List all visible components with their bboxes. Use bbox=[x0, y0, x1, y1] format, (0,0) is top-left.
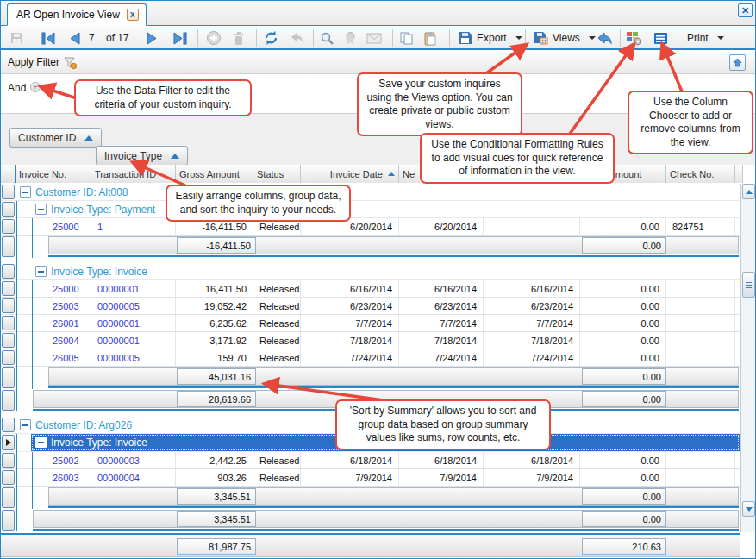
apply-filter-label[interactable]: Apply Filter bbox=[8, 56, 59, 68]
row-selector-cell[interactable] bbox=[2, 418, 15, 432]
cell-link[interactable]: 00000001 bbox=[91, 280, 176, 297]
conditional-formatting-button[interactable] bbox=[626, 28, 642, 47]
export-button[interactable]: Export bbox=[455, 28, 526, 47]
grid-row-data[interactable]: 2600300000004903.26Released7/9/20147/9/2… bbox=[1, 469, 740, 487]
grid-row-data[interactable]: 250001-16,411.50Released6/20/20146/20/20… bbox=[1, 218, 740, 236]
filter-funnel-icon[interactable] bbox=[63, 56, 78, 70]
row-selector-cell[interactable] bbox=[2, 487, 15, 508]
zoom-button[interactable] bbox=[320, 28, 334, 47]
column-header[interactable]: Invoice Date bbox=[301, 165, 399, 183]
cell-link[interactable]: 26004 bbox=[47, 332, 91, 349]
refresh-button[interactable] bbox=[263, 28, 279, 47]
row-selector-cell[interactable] bbox=[2, 470, 15, 485]
cell-link[interactable]: 25000 bbox=[47, 218, 91, 235]
cell-value: 16,411.50 bbox=[176, 280, 253, 297]
tab-ar-open-invoice-view[interactable]: AR Open Invoice View x bbox=[7, 3, 147, 26]
previous-record-button[interactable] bbox=[68, 28, 81, 47]
row-selector-cell[interactable] bbox=[2, 367, 15, 388]
row-selector-cell[interactable] bbox=[2, 435, 15, 450]
views-dropdown-icon[interactable] bbox=[589, 36, 596, 40]
grid-row-data[interactable]: 250000000000116,411.50Released6/16/20146… bbox=[1, 280, 740, 298]
group-button-invoice-type[interactable]: Invoice Type bbox=[96, 146, 188, 166]
paste-button[interactable] bbox=[423, 28, 437, 47]
next-record-button[interactable] bbox=[146, 28, 159, 47]
cell-link[interactable]: 00000005 bbox=[91, 298, 176, 314]
copy-button[interactable] bbox=[399, 28, 414, 47]
grid-row-data[interactable]: 26004000000013,171.92Released7/18/20147/… bbox=[1, 332, 740, 349]
collapse-group-icon[interactable] bbox=[35, 437, 47, 448]
print-button[interactable]: Print bbox=[684, 28, 728, 47]
collapse-group-icon[interactable] bbox=[20, 419, 31, 430]
grid-row-data[interactable]: 26001000000016,235.62Released7/7/20147/7… bbox=[1, 315, 740, 332]
cell-link[interactable]: 1 bbox=[91, 218, 176, 235]
row-selector-cell[interactable] bbox=[2, 453, 15, 468]
export-dropdown-icon[interactable] bbox=[515, 36, 522, 40]
grid-row-group2[interactable]: Invoice Type: Payment bbox=[1, 201, 740, 218]
scroll-down-button[interactable] bbox=[742, 501, 755, 517]
column-chooser-button[interactable] bbox=[653, 28, 668, 47]
grid-row-group2[interactable]: Invoice Type: Invoice bbox=[1, 263, 740, 280]
window-close-button[interactable]: ✕ bbox=[738, 3, 753, 17]
cell-link[interactable]: 25003 bbox=[47, 298, 91, 314]
grid-row-sum2[interactable]: 3,345.510.00 bbox=[1, 487, 740, 509]
row-selector-cell[interactable] bbox=[2, 390, 15, 411]
row-selector-cell[interactable] bbox=[2, 202, 15, 217]
cell-value: Released bbox=[253, 298, 301, 314]
cell-link[interactable]: 26005 bbox=[47, 349, 91, 366]
cell-link[interactable]: 25000 bbox=[47, 280, 91, 297]
row-selector-cell[interactable] bbox=[2, 350, 15, 365]
column-header[interactable]: Invoice No. bbox=[16, 165, 91, 183]
collapse-group-icon[interactable] bbox=[20, 186, 31, 198]
cell-link[interactable]: 00000004 bbox=[91, 469, 176, 486]
undo-button-disabled[interactable] bbox=[289, 28, 304, 47]
print-dropdown-icon[interactable] bbox=[717, 36, 724, 40]
scrollbar-thumb[interactable] bbox=[742, 272, 755, 298]
scroll-up-button[interactable] bbox=[742, 184, 755, 199]
collapse-group-icon[interactable] bbox=[35, 266, 47, 277]
column-header[interactable]: Gross Amount bbox=[176, 165, 253, 183]
row-selector-cell[interactable] bbox=[2, 281, 15, 296]
add-record-button[interactable] bbox=[206, 28, 222, 47]
row-selector-cell[interactable] bbox=[2, 510, 15, 531]
row-selector-cell[interactable] bbox=[2, 219, 15, 234]
row-selector-cell[interactable] bbox=[2, 316, 15, 330]
cell-value: 7/7/2014 bbox=[301, 315, 399, 331]
grid-row-sum2[interactable]: 45,031.160.00 bbox=[1, 367, 740, 389]
grid-row-data[interactable]: 2600500000005159.70Released7/24/20147/24… bbox=[1, 349, 740, 367]
collapse-panel-button[interactable] bbox=[729, 54, 746, 71]
vertical-scrollbar[interactable] bbox=[740, 184, 755, 532]
cell-link[interactable]: 25002 bbox=[47, 452, 91, 468]
grid-row-sum1[interactable]: 3,345.510.00 bbox=[1, 509, 740, 531]
column-header[interactable]: Transaction ID bbox=[91, 165, 176, 183]
attachments-button[interactable] bbox=[344, 28, 357, 47]
group-button-customer-id[interactable]: Customer ID bbox=[9, 128, 102, 148]
cell-link[interactable]: 26003 bbox=[47, 469, 91, 486]
add-condition-icon[interactable]: + bbox=[30, 82, 41, 92]
views-button[interactable]: Views bbox=[530, 28, 599, 47]
cell-link[interactable]: 00000003 bbox=[91, 452, 176, 468]
first-record-button[interactable] bbox=[41, 28, 57, 47]
row-selector-cell[interactable] bbox=[2, 236, 15, 257]
row-selector-cell[interactable] bbox=[2, 298, 15, 313]
grid-row-sum2[interactable]: -16,411.500.00 bbox=[1, 236, 740, 258]
collapse-group-icon[interactable] bbox=[35, 204, 47, 215]
cell-link[interactable]: 26001 bbox=[47, 315, 91, 331]
cell-link[interactable]: 00000005 bbox=[91, 349, 176, 366]
cell-link[interactable]: 00000001 bbox=[91, 315, 176, 331]
grid-row-data[interactable]: 250030000000519,052.42Released6/23/20146… bbox=[1, 298, 740, 315]
row-selector-cell[interactable] bbox=[2, 185, 15, 199]
last-record-button[interactable] bbox=[172, 28, 188, 47]
row-selector-cell[interactable] bbox=[2, 333, 15, 348]
email-button[interactable] bbox=[366, 28, 382, 47]
row-selector-cell[interactable] bbox=[2, 264, 15, 279]
grid-row-data[interactable]: 25002000000032,442.25Released6/18/20146/… bbox=[1, 452, 740, 469]
filter-operator[interactable]: And bbox=[8, 82, 26, 94]
grid-row-group1[interactable]: Customer ID: Alt008 bbox=[1, 184, 740, 201]
revert-button[interactable] bbox=[596, 28, 613, 47]
tab-close-icon[interactable]: x bbox=[127, 9, 139, 21]
column-header[interactable]: Check No. bbox=[666, 165, 735, 183]
save-button[interactable] bbox=[9, 28, 24, 47]
delete-record-button[interactable] bbox=[232, 28, 246, 47]
column-header[interactable]: Status bbox=[253, 165, 301, 183]
cell-link[interactable]: 00000001 bbox=[91, 332, 176, 349]
